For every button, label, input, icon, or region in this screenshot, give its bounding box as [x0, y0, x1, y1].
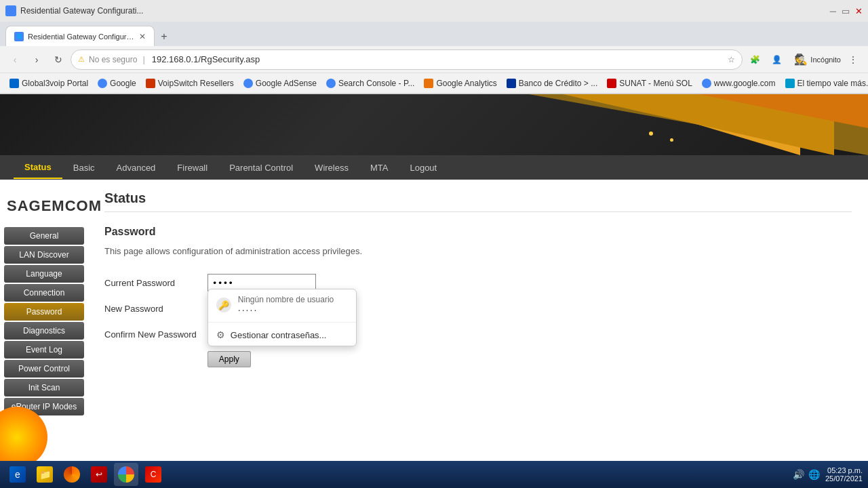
router-nav: Status Basic Advanced Firewall Parental … [0, 155, 868, 180]
window-title: Residential Gateway Configurati... [20, 6, 826, 16]
taskbar-time-display: 05:23 p.m. 25/07/2021 [825, 466, 863, 483]
bookmark-google2[interactable]: www.google.com [698, 77, 780, 89]
date-display: 25/07/2021 [825, 474, 863, 483]
bookmark-analytics[interactable]: Google Analytics [420, 77, 500, 89]
sidebar-language[interactable]: Language [4, 265, 84, 283]
forward-btn[interactable]: › [27, 50, 46, 69]
manage-passwords-btn[interactable]: ⚙ Gestionar contraseñas... [208, 324, 356, 346]
active-tab[interactable]: 🌐 Residential Gateway Configurati... ✕ [5, 26, 155, 46]
current-password-cell: 🔑 Ningún nombre de usuario ····· ⚙ Gesti… [208, 270, 316, 296]
sidebar-init-scan[interactable]: Init Scan [4, 379, 84, 396]
bookmark-google[interactable]: Google [94, 77, 140, 89]
incognito-btn[interactable]: 🕵 Incógnito [794, 53, 841, 66]
nav-wireless[interactable]: Wireless [304, 157, 359, 178]
app3-icon: ↩ [91, 466, 107, 483]
bookmark-voipswitch[interactable]: VoipSwitch Resellers [142, 77, 238, 89]
taskbar-files[interactable]: 📁 [33, 463, 57, 486]
gear-icon: ⚙ [216, 329, 225, 340]
header-decoration [347, 94, 868, 155]
browser-favicon [5, 5, 16, 16]
bookmark-favicon [607, 79, 616, 88]
wave-4 [698, 94, 868, 128]
apply-cell: Apply [208, 347, 316, 371]
nav-firewall[interactable]: Firewall [166, 157, 218, 178]
bookmark-label: VoipSwitch Resellers [158, 79, 234, 88]
sidebar-diagnostics[interactable]: Diagnostics [4, 322, 84, 340]
address-icons: ☆ [728, 55, 735, 64]
network-icon[interactable]: 🌐 [808, 469, 820, 480]
password-dropdown: 🔑 Ningún nombre de usuario ····· ⚙ Gesti… [208, 289, 357, 346]
nav-basic[interactable]: Basic [62, 157, 106, 178]
bookmark-favicon [243, 79, 253, 88]
sidebar-lan-discover[interactable]: LAN Discover [4, 246, 84, 264]
extensions-btn[interactable]: 🧩 [745, 50, 764, 69]
bookmark-favicon [326, 79, 336, 88]
bookmark-global3voip[interactable]: Global3voip Portal [5, 77, 92, 89]
nav-bar: ‹ › ↻ ⚠ No es seguro | 192.168.0.1/RgSec… [0, 46, 868, 73]
current-password-row: Current Password 🔑 Ningún nombre de usua… [104, 270, 316, 296]
tab-bar: 🌐 Residential Gateway Configurati... ✕ + [0, 22, 868, 46]
password-dots: ····· [238, 304, 348, 315]
taskbar-system-icons: 🔊 🌐 [793, 469, 820, 480]
bookmark-sunat[interactable]: SUNAT - Menú SOL [603, 77, 696, 89]
section-title: Password [104, 226, 852, 238]
manage-passwords-label: Gestionar contraseñas... [231, 330, 327, 340]
password-suggestion-content: Ningún nombre de usuario ····· [238, 295, 348, 315]
bookmark-favicon [9, 79, 19, 88]
bookmark-label: www.google.com [714, 79, 776, 88]
refresh-btn[interactable]: ↻ [49, 50, 68, 69]
bookmark-label: Global3voip Portal [22, 79, 88, 88]
new-password-label: New Password [104, 296, 208, 321]
title-divider [104, 211, 852, 212]
password-suggestion-item[interactable]: 🔑 Ningún nombre de usuario ····· [208, 289, 356, 321]
password-icon: 🔑 [216, 298, 231, 312]
apply-row: Apply [104, 347, 316, 371]
ie-icon: e [9, 466, 26, 483]
incognito-label: Incógnito [810, 56, 841, 64]
bookmark-search-console[interactable]: Search Console - P... [322, 77, 419, 89]
nav-advanced[interactable]: Advanced [106, 157, 167, 178]
new-tab-btn[interactable]: + [155, 27, 174, 46]
restore-btn[interactable]: ▭ [842, 6, 850, 16]
menu-btn[interactable]: ⋮ [844, 50, 863, 69]
address-bar[interactable]: ⚠ No es seguro | 192.168.0.1/RgSecurity.… [71, 49, 743, 70]
bookmark-favicon [702, 79, 711, 88]
security-icon: ⚠ [78, 55, 85, 64]
content-area: Status Password This page allows configu… [88, 180, 868, 488]
confirm-password-label: Confirm New Password [104, 321, 208, 347]
chrome-icon [118, 466, 134, 483]
profile-btn[interactable]: 👤 [767, 50, 786, 69]
bookmark-label: Search Console - P... [338, 79, 415, 88]
bookmark-tiempo[interactable]: El tiempo vale más... [781, 77, 868, 89]
no-username-label: Ningún nombre de usuario [238, 295, 348, 304]
taskbar-app3[interactable]: ↩ [87, 463, 111, 486]
sidebar-event-log[interactable]: Event Log [4, 341, 84, 359]
nav-mta[interactable]: MTA [359, 157, 399, 178]
sidebar-connection[interactable]: Connection [4, 284, 84, 302]
bookmark-label: Google AdSense [256, 79, 317, 88]
sidebar-general[interactable]: General [4, 227, 84, 245]
apply-button[interactable]: Apply [208, 351, 251, 367]
volume-icon[interactable]: 🔊 [793, 469, 804, 480]
tab-title: Residential Gateway Configurati... [28, 33, 135, 41]
nav-parental-control[interactable]: Parental Control [218, 157, 304, 178]
nav-status[interactable]: Status [14, 157, 62, 179]
nav-logout[interactable]: Logout [399, 157, 448, 178]
minimize-btn[interactable]: ─ [830, 6, 836, 16]
sidebar-power-control[interactable]: Power Control [4, 360, 84, 378]
taskbar-firefox[interactable] [60, 463, 84, 486]
taskbar-chrome[interactable] [114, 463, 138, 486]
close-btn[interactable]: ✕ [855, 6, 863, 16]
sidebar-password[interactable]: Password [4, 303, 84, 321]
back-btn[interactable]: ‹ [5, 50, 24, 69]
taskbar-ie[interactable]: e [5, 463, 30, 486]
bookmark-banco[interactable]: Banco de Crédito > ... [502, 77, 601, 89]
bookmark-icon[interactable]: ☆ [728, 55, 735, 64]
tab-close-btn[interactable]: ✕ [139, 32, 146, 41]
taskbar-app5[interactable]: C [141, 463, 165, 486]
firefox-icon [64, 466, 80, 483]
logo: SAGEMCOM [7, 197, 81, 215]
taskbar-right: 🔊 🌐 05:23 p.m. 25/07/2021 [793, 466, 863, 483]
divider: | [142, 54, 144, 64]
bookmark-adsense[interactable]: Google AdSense [239, 77, 321, 89]
